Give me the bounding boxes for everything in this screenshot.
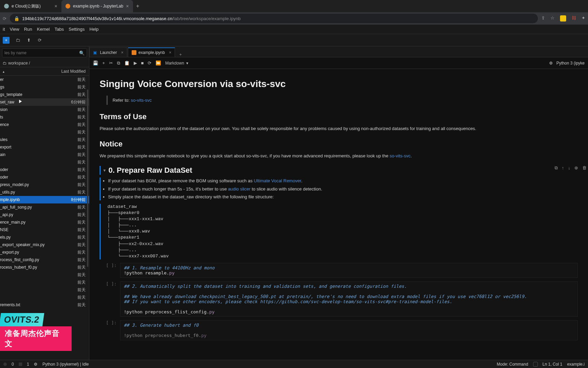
file-row[interactable]: ence前天 (0, 121, 89, 128)
duplicate-icon[interactable]: ⧉ (555, 165, 558, 171)
kernel-indicator[interactable]: ⚙ Python 3 (ipyke (549, 61, 585, 66)
file-row[interactable]: _export_speaker_mix.py前天 (0, 241, 89, 249)
cell-code[interactable]: ## 1. Resample to 44100Hz and mono !pyth… (120, 263, 578, 278)
trust-icon[interactable] (533, 362, 538, 367)
file-row[interactable]: rocess_flist_config.py前天 (0, 256, 89, 264)
file-row[interactable]: ence_main.py前天 (0, 218, 89, 226)
notice-link[interactable]: so-vits-svc (389, 153, 410, 158)
browser-tab-active[interactable]: example.ipynb - JupyterLab × (61, 0, 133, 12)
file-row[interactable]: _utils.py前天 (0, 188, 89, 196)
file-row[interactable]: rocess_hubert_f0.py前天 (0, 264, 89, 271)
close-icon[interactable]: × (126, 3, 129, 9)
link-icon[interactable]: ⛓ (572, 15, 576, 22)
status-gear-icon[interactable]: ⚙ (34, 362, 38, 367)
file-row[interactable]: set_raw6分钟前 (0, 98, 89, 106)
new-editor-tab[interactable]: + (176, 52, 185, 57)
file-row[interactable]: gs_template前天 (0, 91, 89, 98)
modified-column-header[interactable]: Last Modified (55, 69, 89, 74)
file-row[interactable]: 前天 (0, 279, 89, 286)
status-kernel[interactable]: Python 3 (ipykernel) | Idle (42, 362, 89, 367)
file-row[interactable]: ules前天 (0, 136, 89, 143)
close-icon[interactable]: × (121, 50, 123, 55)
menu-item-help[interactable]: Help (89, 27, 99, 32)
menu-item-tabs[interactable]: Tabs (55, 27, 64, 32)
file-row[interactable]: oder前天 (0, 166, 89, 173)
notebook-content[interactable]: Singing Voice Conversion via so-vits-svc… (89, 69, 588, 360)
share-icon[interactable]: ⇪ (541, 15, 545, 22)
code-cell[interactable]: [ ]: ## 2. Automatically split the datas… (100, 281, 578, 317)
reload-icon[interactable]: ⟳ (3, 16, 6, 21)
stop-icon[interactable]: ■ (141, 60, 144, 66)
cell-code[interactable]: ## 2. Automatically split the dataset in… (120, 281, 578, 317)
close-icon[interactable]: × (169, 50, 171, 55)
cell-type-select[interactable]: Markdown ▾ (165, 61, 188, 66)
menu-item-settings[interactable]: Settings (69, 27, 85, 32)
refer-link[interactable]: so-vits-svc (131, 98, 151, 103)
save-icon[interactable]: 💾 (93, 60, 98, 66)
file-row[interactable]: sion前天 (0, 106, 89, 113)
chevron-down-icon[interactable]: ▼ (103, 168, 106, 172)
uvr-link[interactable]: Ultimate Vocal Remover (254, 178, 301, 183)
file-row[interactable]: 前天 (0, 294, 89, 301)
tab-notebook[interactable]: example.ipynb × (128, 47, 175, 57)
menu-item-edit[interactable]: it (3, 27, 5, 32)
slicer-link[interactable]: audio slicer (228, 186, 251, 192)
file-row[interactable]: _export.py前天 (0, 249, 89, 256)
cut-icon[interactable]: ✂ (109, 60, 113, 66)
address-bar[interactable]: 🔒 194bb119c7724d688a718b24907f445dv38v1v… (10, 14, 538, 23)
file-row[interactable]: 前天 (0, 286, 89, 294)
file-row[interactable]: ts前天 (0, 113, 89, 121)
file-row[interactable]: oder前天 (0, 173, 89, 181)
lock-icon: 🔒 (14, 16, 19, 21)
file-modified: 前天 (55, 257, 89, 263)
file-filter-input[interactable] (4, 51, 79, 55)
extension-icon[interactable] (560, 15, 566, 22)
file-row[interactable]: 前天 (0, 271, 89, 279)
file-row[interactable]: _api_full_song.py前天 (0, 203, 89, 211)
file-row[interactable]: mple.ipynb8分钟前 (0, 196, 89, 203)
code-cell[interactable]: [ ]: ## 3. Generate hubert and f0 !pytho… (100, 320, 578, 340)
delete-icon[interactable]: 🗑 (582, 165, 587, 171)
code-cell[interactable]: [ ]: ## 1. Resample to 44100Hz and mono … (100, 263, 578, 278)
refresh-icon[interactable]: ⟳ (37, 38, 42, 43)
file-row[interactable]: els.py前天 (0, 233, 89, 241)
puzzle-icon[interactable]: ✦ (582, 15, 585, 22)
restart-icon[interactable]: ⟳ (148, 60, 151, 66)
menu-item-view[interactable]: View (10, 27, 19, 32)
breadcrumb[interactable]: 🗀 workspace / (0, 59, 89, 67)
name-column-header[interactable]: ▴ (0, 70, 55, 73)
run-icon[interactable]: ▶ (134, 60, 137, 66)
file-row[interactable]: rements.txt前天 (0, 301, 89, 309)
file-filter[interactable]: 🔍 (2, 48, 87, 57)
add-button[interactable]: + (3, 37, 10, 44)
run-all-icon[interactable]: ⏩ (156, 60, 161, 66)
menu-item-run[interactable]: Run (24, 27, 32, 32)
file-row[interactable]: export前天 (0, 143, 89, 151)
new-tab-button[interactable]: + (133, 3, 143, 9)
star-icon[interactable]: ☆ (550, 15, 555, 22)
tab-title: example.ipynb - JupyterLab (73, 4, 123, 9)
move-up-icon[interactable]: ↑ (562, 165, 564, 171)
file-row[interactable]: _api.py前天 (0, 211, 89, 218)
file-list-header: ▴ Last Modified (0, 67, 89, 76)
tab-launcher[interactable]: ▣ Launcher × (89, 47, 127, 57)
insert-icon[interactable]: ⊕ (574, 165, 578, 171)
cell-code[interactable]: ## 3. Generate hubert and f0 !python pre… (120, 320, 578, 340)
browser-tab-inactive[interactable]: e Cloud(公测版) × (0, 0, 61, 12)
file-row[interactable]: 前天 (0, 158, 89, 166)
file-row[interactable]: press_model.py前天 (0, 181, 89, 188)
upload-icon[interactable]: ⬆ (26, 38, 31, 43)
paste-icon[interactable]: 📋 (124, 60, 130, 66)
copy-icon[interactable]: ⧉ (117, 60, 120, 66)
file-row[interactable]: 前天 (0, 128, 89, 136)
file-row[interactable]: er前天 (0, 76, 89, 83)
scrollbar[interactable] (87, 89, 88, 267)
new-folder-icon[interactable]: 🗀 (15, 38, 20, 43)
menu-item-kernel[interactable]: Kernel (37, 27, 50, 32)
move-down-icon[interactable]: ↓ (568, 165, 571, 171)
add-cell-icon[interactable]: + (102, 60, 105, 66)
file-row[interactable]: gs前天 (0, 83, 89, 91)
close-icon[interactable]: × (55, 3, 57, 9)
file-row[interactable]: ain前天 (0, 151, 89, 158)
file-row[interactable]: NSE前天 (0, 226, 89, 233)
